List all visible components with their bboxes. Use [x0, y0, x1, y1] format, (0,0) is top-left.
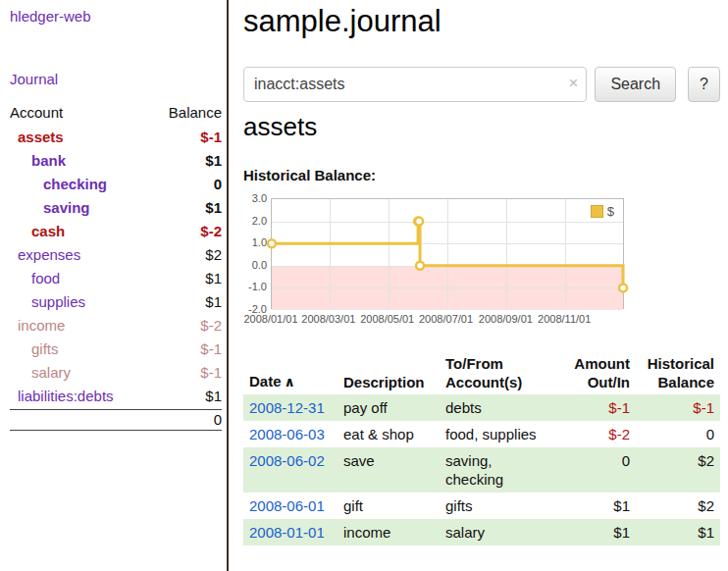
amount-cell: 0: [555, 447, 636, 493]
amount-cell: $-1: [555, 394, 636, 421]
main-content: sample.journal × Search ? assets Histori…: [243, 0, 728, 571]
date-link[interactable]: 2008-06-01: [249, 497, 325, 514]
account-link-salary[interactable]: salary: [10, 364, 71, 381]
help-button[interactable]: ?: [688, 67, 720, 102]
accounts-table-header: Account Balance: [10, 99, 222, 125]
sidebar: hledger-web Journal Account Balance asse…: [0, 0, 229, 571]
balance-cell: 0: [636, 421, 720, 447]
account-balance: $-1: [200, 340, 222, 357]
account-row-supplies: supplies $1: [10, 289, 222, 313]
account-row-bank: bank $1: [10, 148, 222, 172]
account-link-food[interactable]: food: [10, 270, 60, 286]
date-header-label: Date: [249, 373, 282, 389]
chart-legend: $: [588, 203, 617, 220]
account-link-assets[interactable]: assets: [10, 129, 64, 145]
description-cell: save: [338, 447, 440, 493]
accounts-table: Account Balance assets $-1 bank $1 check…: [10, 99, 222, 431]
account-link-supplies[interactable]: supplies: [10, 293, 85, 310]
balance-cell: $2: [636, 447, 720, 493]
brand-link[interactable]: hledger-web: [10, 8, 91, 25]
register-row: 2008-12-31 pay off debts $-1 $-1: [243, 394, 720, 421]
account-row-liabilities-debts: liabilities:debts $1: [10, 384, 222, 407]
account-link-gifts[interactable]: gifts: [10, 340, 59, 357]
account-row-food: food $1: [10, 266, 222, 289]
account-column-header: Account: [10, 104, 63, 121]
account-row-assets: assets $-1: [10, 125, 222, 148]
amount-column-header: Amount Out/In: [555, 351, 636, 394]
date-column-header[interactable]: Date∧: [243, 351, 338, 394]
balance-column-header: Historical Balance: [636, 351, 720, 394]
register-row: 2008-06-02 save saving, checking 0 $2: [243, 447, 720, 493]
legend-label: $: [607, 204, 614, 219]
accounts-cell: gifts: [440, 493, 555, 519]
y-axis-labels: 3.02.01.00.0-1.0-2.0: [243, 198, 267, 309]
page-title: sample.journal: [243, 4, 442, 39]
register-header-row: Date∧ Description To/From Account(s) Amo…: [243, 351, 720, 394]
amount-cell: $1: [555, 519, 636, 545]
historical-balance-chart: 3.02.01.00.0-1.0-2.0 $ 2008/01/012008/03…: [243, 198, 720, 330]
account-balance: 0: [214, 176, 222, 192]
date-link[interactable]: 2008-06-02: [249, 452, 325, 469]
description-cell: income: [338, 519, 440, 545]
account-row-checking: checking 0: [10, 172, 222, 195]
account-link-checking[interactable]: checking: [10, 176, 107, 192]
account-balance: $-1: [200, 364, 222, 381]
register-section: Date∧ Description To/From Account(s) Amo…: [243, 351, 720, 545]
accounts-cell: debts: [440, 394, 555, 421]
x-axis-labels: 2008/01/012008/03/012008/05/012008/07/01…: [243, 313, 720, 328]
balance-cell: $-1: [636, 394, 720, 421]
search-bar: × Search ?: [243, 67, 720, 102]
account-balance: $1: [205, 152, 222, 169]
register-row: 2008-06-01 gift gifts $1 $2: [243, 493, 720, 519]
account-link-cash[interactable]: cash: [10, 223, 65, 239]
date-link[interactable]: 2008-06-03: [249, 426, 325, 442]
account-link-income[interactable]: income: [10, 317, 65, 334]
date-link[interactable]: 2008-01-01: [249, 524, 325, 541]
legend-swatch-icon: [591, 205, 603, 218]
balance-cell: $1: [636, 519, 720, 545]
register-table: Date∧ Description To/From Account(s) Amo…: [243, 351, 720, 545]
account-row-salary: salary $-1: [10, 360, 222, 384]
account-balance: $1: [205, 199, 222, 216]
account-balance: $1: [205, 270, 222, 286]
account-row-income: income $-2: [10, 313, 222, 337]
accounts-total: 0: [10, 409, 222, 431]
search-input[interactable]: [243, 67, 587, 102]
account-row-cash: cash $-2: [10, 219, 222, 242]
accounts-cell: salary: [440, 519, 555, 545]
description-cell: eat & shop: [338, 421, 440, 447]
chart-series-svg: [272, 199, 625, 310]
amount-cell: $-2: [555, 421, 636, 447]
account-heading: assets: [243, 112, 317, 142]
account-balance: $1: [205, 293, 222, 310]
account-row-expenses: expenses $2: [10, 242, 222, 266]
account-link-expenses[interactable]: expenses: [10, 246, 80, 263]
description-cell: pay off: [338, 394, 440, 421]
register-row: 2008-01-01 income salary $1 $1: [243, 519, 720, 545]
account-link-saving[interactable]: saving: [10, 199, 90, 216]
balance-column-header: Balance: [169, 104, 222, 121]
search-button[interactable]: Search: [595, 67, 676, 102]
account-balance: $-2: [200, 317, 222, 334]
register-row: 2008-06-03 eat & shop food, supplies $-2…: [243, 421, 720, 447]
account-link-bank[interactable]: bank: [10, 152, 66, 169]
date-link[interactable]: 2008-12-31: [249, 399, 325, 416]
balance-cell: $2: [636, 493, 720, 519]
description-column-header: Description: [338, 351, 440, 394]
chart-plot-area: $: [271, 198, 624, 309]
account-balance: $2: [205, 246, 222, 263]
account-balance: $-2: [200, 223, 222, 239]
description-cell: gift: [338, 493, 440, 519]
account-row-saving: saving $1: [10, 195, 222, 219]
account-row-gifts: gifts $-1: [10, 337, 222, 360]
amount-cell: $1: [555, 493, 636, 519]
clear-search-icon[interactable]: ×: [568, 74, 578, 93]
sidebar-item-journal[interactable]: Journal: [10, 71, 58, 87]
accounts-column-header: To/From Account(s): [440, 351, 555, 394]
sort-ascending-icon: ∧: [285, 374, 295, 389]
chart-title: Historical Balance:: [243, 167, 376, 183]
account-balance: $-1: [200, 129, 222, 145]
account-link-liabilities-debts[interactable]: liabilities:debts: [10, 388, 114, 404]
accounts-cell: saving, checking: [440, 447, 555, 493]
accounts-cell: food, supplies: [440, 421, 555, 447]
